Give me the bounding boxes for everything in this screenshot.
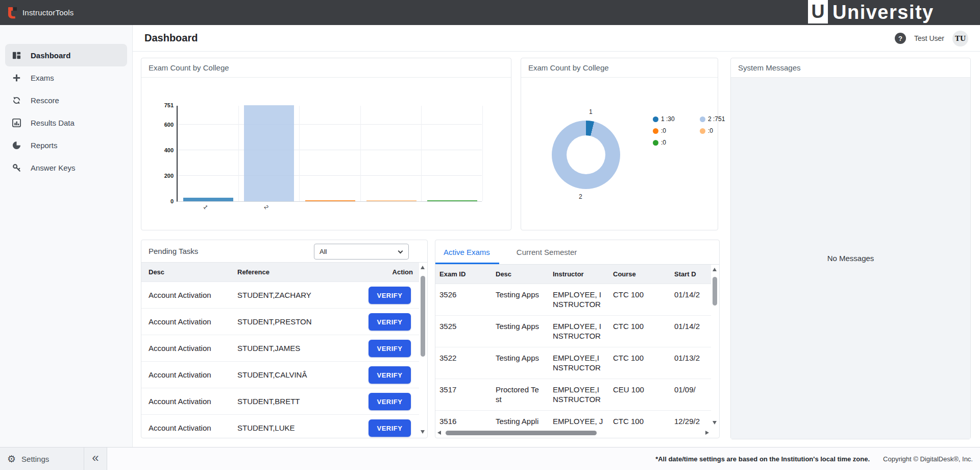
exam-cell-exam-id: 3522 xyxy=(439,353,496,373)
exam-cell-course: CTC 100 xyxy=(613,290,674,310)
scrollbar-thumb[interactable] xyxy=(446,431,597,435)
plus-icon xyxy=(11,73,21,83)
header-right: ? Test User TU xyxy=(895,25,968,52)
sidebar-item-label: Rescore xyxy=(31,96,59,105)
copyright: Copyright © DigitalDesk®, Inc. xyxy=(883,455,973,463)
x-axis-tick-label: 2 xyxy=(263,204,270,210)
exam-cell-instructor: EMPLOYEE, J xyxy=(553,416,613,429)
donut-hole xyxy=(567,135,605,174)
column-header-start-date: Start D xyxy=(674,270,711,278)
refresh-icon xyxy=(11,95,21,105)
task-desc-cell: Account Activation xyxy=(149,317,237,326)
sidebar-item-results-data[interactable]: Results Data xyxy=(5,111,127,134)
tab-active-exams[interactable]: Active Exams xyxy=(435,240,499,264)
sidebar: Dashboard Exams Rescore xyxy=(0,25,133,447)
exam-cell-desc: Testing Apps xyxy=(496,290,553,310)
settings-button[interactable]: ⚙ Settings xyxy=(0,448,84,470)
bar-category-2 xyxy=(244,105,294,201)
pending-task-row: Account ActivationSTUDENT,BRETTVERIFY xyxy=(141,388,419,415)
sidebar-item-exams[interactable]: Exams xyxy=(5,66,127,89)
scroll-right-arrow-icon[interactable] xyxy=(705,431,709,435)
legend-label: 1 :30 xyxy=(661,115,675,123)
sidebar-item-dashboard[interactable]: Dashboard xyxy=(5,44,127,66)
active-exams-card: Active Exams Current Semester Exam ID De… xyxy=(435,240,720,438)
legend-item: :0 xyxy=(653,139,700,146)
pending-task-row: Account ActivationSTUDENT,ZACHARYVERIFY xyxy=(141,282,419,309)
gridline xyxy=(178,150,482,150)
system-messages-card: System Messages No Messages xyxy=(730,58,971,439)
sidebar-item-label: Dashboard xyxy=(31,51,70,60)
screen: InstructorTools U University Dashboard E… xyxy=(0,0,980,470)
university-logo: U University xyxy=(808,0,934,25)
exam-count-bar-card: Exam Count by College 020040060075112 xyxy=(141,58,511,230)
pending-task-row: Account ActivationSTUDENT,JAMESVERIFY xyxy=(141,335,419,362)
legend-swatch xyxy=(653,116,658,122)
scroll-up-arrow-icon[interactable] xyxy=(421,266,425,269)
exam-cell-course: CEU 100 xyxy=(613,385,674,405)
sidebar-item-label: Exams xyxy=(31,74,54,82)
exam-cell-desc: Testing Apps xyxy=(496,353,553,373)
legend-label: :0 xyxy=(708,127,713,134)
exam-cell-instructor: EMPLOYEE, I NSTRUCTOR xyxy=(553,321,613,342)
select-value: All xyxy=(320,248,327,255)
top-bar: InstructorTools U University xyxy=(0,0,980,25)
scrollbar-thumb[interactable] xyxy=(421,276,425,357)
exam-cell-course: CTC 100 xyxy=(613,321,674,342)
scroll-down-arrow-icon[interactable] xyxy=(713,421,717,425)
verify-button[interactable]: VERIFY xyxy=(369,366,411,384)
exam-row: 3517Proctored Te stEMPLOYEE,I NSTRUCTORC… xyxy=(435,379,711,411)
column-header-action: Action xyxy=(370,268,419,276)
card-title: System Messages xyxy=(731,58,970,78)
dashboard-grid-icon xyxy=(11,50,21,60)
key-icon xyxy=(11,162,21,173)
column-header-desc: Desc xyxy=(149,268,237,276)
exam-cell-desc: Proctored Te st xyxy=(496,385,553,405)
active-exams-vertical-scrollbar[interactable] xyxy=(712,265,718,428)
user-name: Test User xyxy=(914,34,944,42)
active-exams-rows: 3526Testing AppsEMPLOYEE, I NSTRUCTORCTC… xyxy=(435,284,711,429)
column-header-course: Course xyxy=(613,270,674,278)
x-axis-tick-label: 1 xyxy=(202,204,209,210)
legend-item: :0 xyxy=(653,127,700,134)
system-messages-body: No Messages xyxy=(731,78,970,439)
task-filter-select[interactable]: All xyxy=(314,244,409,260)
task-desc-cell: Account Activation xyxy=(149,344,237,353)
exam-cell-start-date: 01/13/2 xyxy=(674,353,711,373)
verify-button[interactable]: VERIFY xyxy=(369,287,411,304)
active-exams-horizontal-scrollbar[interactable] xyxy=(437,430,709,436)
exam-cell-desc: Testing Apps xyxy=(496,321,553,342)
scroll-up-arrow-icon[interactable] xyxy=(713,268,717,271)
scrollbar-thumb[interactable] xyxy=(713,277,717,306)
pending-task-row: Account ActivationSTUDENT,LUKEVERIFY xyxy=(141,415,419,438)
gear-icon: ⚙ xyxy=(7,454,16,464)
sidebar-item-rescore[interactable]: Rescore xyxy=(5,89,127,111)
page-header: Dashboard ? Test User TU xyxy=(133,25,980,52)
bar-category-4 xyxy=(366,200,416,202)
column-header-reference: Reference xyxy=(237,268,370,276)
sidebar-collapse-button[interactable]: « xyxy=(84,448,107,470)
scroll-down-arrow-icon[interactable] xyxy=(421,430,425,434)
gridline xyxy=(178,175,482,176)
sidebar-item-answer-keys[interactable]: Answer Keys xyxy=(5,156,127,179)
verify-button[interactable]: VERIFY xyxy=(369,340,411,357)
y-axis-tick-label: 400 xyxy=(154,147,174,153)
scroll-left-arrow-icon[interactable] xyxy=(437,431,441,435)
verify-button[interactable]: VERIFY xyxy=(369,419,411,437)
app-name: InstructorTools xyxy=(22,8,74,17)
pending-task-row: Account ActivationSTUDENT,PRESTONVERIFY xyxy=(141,309,419,335)
verify-button[interactable]: VERIFY xyxy=(369,393,411,410)
exam-cell-course: CTC 100 xyxy=(613,416,674,429)
verify-button[interactable]: VERIFY xyxy=(369,313,411,331)
settings-label: Settings xyxy=(21,455,49,463)
app-logo-icon xyxy=(7,6,18,19)
pending-tasks-vertical-scrollbar[interactable] xyxy=(420,263,426,437)
help-icon[interactable]: ? xyxy=(895,33,906,44)
sidebar-item-reports[interactable]: Reports xyxy=(5,134,127,156)
page-title: Dashboard xyxy=(144,32,198,44)
bar-category-3 xyxy=(305,200,355,202)
timezone-note: *All date/time settings are based on the… xyxy=(655,455,870,463)
task-desc-cell: Account Activation xyxy=(149,370,237,379)
donut-slice-label: 1 xyxy=(589,108,593,115)
tab-current-semester[interactable]: Current Semester xyxy=(508,240,586,264)
avatar[interactable]: TU xyxy=(952,31,968,46)
